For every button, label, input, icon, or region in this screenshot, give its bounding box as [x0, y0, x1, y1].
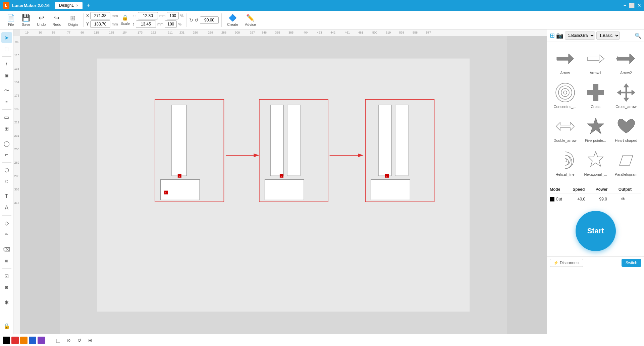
color-red[interactable] [11, 337, 19, 344]
line-tool[interactable]: / [1, 59, 12, 69]
ellipse-tool[interactable]: ◯ [1, 138, 12, 149]
switch-label: Switch [626, 261, 637, 265]
mode-row-cut: Cut 40.0 99.0 👁 [550, 195, 641, 203]
redo-btn[interactable]: ↪ Redo [50, 12, 64, 28]
shape-hexagonal[interactable]: Hexagonal_... [582, 148, 609, 179]
close-btn[interactable]: ✕ [637, 3, 641, 8]
search-icon[interactable]: 🔍 [635, 33, 641, 39]
color-blue[interactable] [29, 337, 36, 344]
ellipse-tool2[interactable]: ⊏ [1, 150, 12, 160]
layer-tool[interactable]: ▣ [1, 70, 12, 81]
minimize-btn[interactable]: − [624, 3, 626, 8]
grid-bottom-tool[interactable]: ⊞ [86, 336, 95, 345]
angle-input[interactable] [200, 16, 219, 24]
layout-icon[interactable]: ⊞ [550, 32, 555, 39]
bottom-sep [49, 334, 49, 346]
create-btn[interactable]: 🔷 Create [224, 12, 241, 28]
pen-tool[interactable]: ◇ [1, 218, 12, 228]
polygon-tool2[interactable]: ⬡ [1, 176, 12, 187]
disconnect-button[interactable]: ⚡ Disconnect [550, 259, 583, 267]
shape-preview-hexagonal [585, 150, 606, 171]
move-tool[interactable]: ⊡ [1, 271, 12, 281]
add-tab-btn[interactable]: + [87, 2, 90, 9]
shape-arrow[interactable]: Arrow [551, 46, 579, 77]
shape-cross[interactable]: Cross [582, 80, 609, 111]
grid-tool[interactable]: ⊞ [1, 123, 12, 134]
align-tool[interactable]: ≡ [1, 97, 12, 107]
selection-rect-tool[interactable]: ⬚ [53, 336, 63, 345]
height-input[interactable] [136, 20, 156, 28]
switch-button[interactable]: Switch [622, 259, 641, 267]
polygon-tool[interactable]: ⬡ [1, 165, 12, 175]
shape-category-dropdown[interactable]: 1.BasicGra [565, 32, 595, 40]
color-purple[interactable] [38, 337, 45, 344]
shape-label-cross: Cross [591, 105, 600, 109]
text-tool2[interactable]: A [1, 203, 12, 213]
file-btn[interactable]: 📄 File [4, 12, 18, 28]
canvas-area[interactable]: 2 1 2 [20, 36, 547, 334]
height-pct-input[interactable] [165, 20, 177, 28]
shape-arrow2[interactable]: Arrow2 [612, 46, 640, 77]
eraser-tool2[interactable]: ⊞ [1, 255, 12, 266]
shape-parallelogram[interactable]: Parallelogram [612, 148, 640, 179]
width-input[interactable] [138, 12, 158, 19]
svg-text:2: 2 [280, 175, 282, 178]
titlebar: L LaserMaker 2.0.16 Design1 ✕ + − ⬜ ✕ [0, 0, 644, 11]
special-tool[interactable]: ✱ [1, 297, 12, 308]
select-tool[interactable]: ➤ [1, 32, 12, 43]
left-sep7 [2, 215, 11, 216]
tab-close[interactable]: ✕ [76, 4, 78, 7]
tab-design1[interactable]: Design1 ✕ [55, 2, 83, 9]
table-tool[interactable]: ⊞ [1, 282, 12, 293]
shape-cross-arrow[interactable]: Cross_arrow [612, 80, 640, 111]
shape-concentric[interactable]: Concentric_... [551, 80, 579, 111]
svg-rect-0 [20, 30, 547, 36]
scale-btn[interactable]: 🔒 Scale [119, 13, 131, 27]
width-pct-input[interactable] [167, 12, 179, 19]
svg-text:385: 385 [288, 31, 293, 34]
scale-label: Scale [120, 21, 130, 25]
save-btn[interactable]: 💾 Save [19, 12, 33, 28]
marquee-tool[interactable]: ⊙ [64, 336, 73, 345]
color-black[interactable] [3, 337, 10, 344]
origin-btn[interactable]: ⊞ Origin [65, 12, 80, 28]
svg-text:231: 231 [179, 31, 184, 34]
undo-btn[interactable]: ↩ Undo [34, 12, 48, 28]
photo-icon[interactable]: 📷 [556, 32, 564, 39]
cut-visibility-btn[interactable]: 👁 [621, 196, 641, 202]
shape-heart[interactable]: Heart-shaped [612, 114, 640, 145]
curve-tool[interactable]: 〜 [1, 85, 12, 96]
start-button[interactable]: Start [576, 211, 616, 251]
svg-text:211: 211 [14, 121, 19, 124]
x-input[interactable] [90, 12, 110, 19]
lock-bottom[interactable]: 🔒 [1, 321, 12, 331]
color-orange[interactable] [20, 337, 28, 344]
refresh-tool[interactable]: ↺ [75, 336, 84, 345]
shape-helical[interactable]: Helical_line [551, 148, 579, 179]
svg-text:327: 327 [250, 31, 255, 34]
left-sep5 [2, 162, 11, 163]
svg-text:115: 115 [94, 31, 99, 34]
left-sep2 [2, 83, 11, 83]
node-tool[interactable]: ⬚ [1, 44, 12, 54]
svg-rect-67 [371, 179, 410, 200]
shape-preview-parallelogram [615, 150, 637, 171]
svg-text:173: 173 [14, 94, 19, 97]
shape-double-arrow[interactable]: Double_arrow [551, 114, 579, 145]
svg-text:461: 461 [345, 31, 350, 34]
pen-tool2[interactable]: ✏ [1, 229, 12, 240]
maximize-btn[interactable]: ⬜ [629, 3, 635, 8]
left-sep8 [2, 242, 11, 242]
svg-marker-83 [587, 118, 604, 134]
y-input[interactable] [90, 20, 110, 28]
cut-mode: Cut [556, 197, 576, 201]
svg-marker-85 [620, 155, 633, 165]
eraser-tool[interactable]: ⌫ [1, 244, 12, 255]
shape-style-dropdown[interactable]: 1.Basic [596, 32, 620, 40]
rect-tool[interactable]: ▭ [1, 112, 12, 122]
save-icon: 💾 [22, 14, 30, 22]
advice-btn[interactable]: ✏️ Advice [242, 12, 259, 28]
shape-five-point[interactable]: Five-pointe... [582, 114, 609, 145]
text-tool[interactable]: T [1, 191, 12, 202]
shape-arrow1[interactable]: Arrow1 [582, 46, 609, 77]
